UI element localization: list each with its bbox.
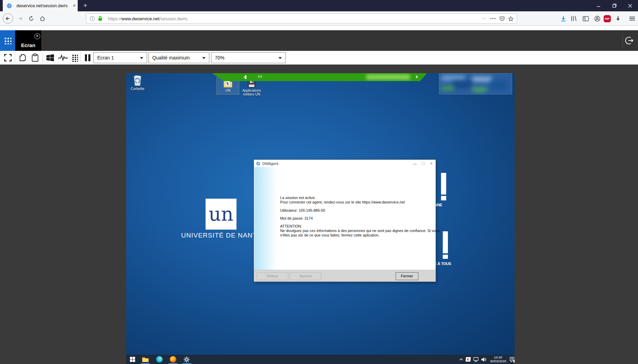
chevron-down-icon bbox=[140, 57, 143, 59]
new-tab-button[interactable]: + bbox=[80, 1, 90, 10]
url-expand-chevron-icon[interactable] bbox=[480, 14, 488, 23]
toolbar-divider bbox=[80, 52, 81, 63]
taskbar-clock[interactable]: 10:40 30/03/2020 bbox=[488, 355, 508, 363]
close-button[interactable]: Fermer bbox=[396, 272, 418, 280]
browser-nav-bar: ⓘ https://www.dwservice.net/session.dw#s… bbox=[0, 11, 638, 26]
network-tray-icon[interactable] bbox=[472, 356, 480, 363]
dwagent-dialog: DWAgent — × La session est active. Pour … bbox=[254, 159, 436, 282]
firefox-icon[interactable] bbox=[169, 356, 177, 363]
pin-icon[interactable] bbox=[243, 75, 248, 79]
banner-settings-icon[interactable]: ΞY bbox=[258, 75, 263, 78]
url-text: https://www.dwservice.net/session.dw#s bbox=[108, 16, 480, 21]
dwservice-favicon-icon bbox=[5, 1, 14, 10]
page-background-strip bbox=[0, 26, 638, 30]
remote-viewport: ΞY x Corbeille UN Applicationsmétiers UN bbox=[0, 65, 638, 364]
page-info-icon[interactable]: ⓘ bbox=[90, 15, 95, 22]
session-close-icon[interactable]: ✕ bbox=[34, 33, 40, 39]
adblock-plus-icon[interactable]: ABP bbox=[602, 13, 612, 24]
file-explorer-icon[interactable] bbox=[141, 356, 150, 363]
notification-badge: 2 bbox=[513, 359, 515, 363]
window-close-button[interactable] bbox=[622, 0, 638, 11]
university-logo-glyph: un bbox=[209, 205, 233, 224]
volume-tray-icon[interactable] bbox=[480, 356, 488, 363]
edge-browser-icon[interactable] bbox=[155, 356, 163, 363]
toolbar-divider bbox=[43, 52, 43, 63]
apps-grid-icon bbox=[4, 37, 11, 44]
sidebar-toggle-icon[interactable] bbox=[581, 13, 591, 24]
fullscreen-button[interactable] bbox=[3, 53, 13, 63]
screen-select[interactable]: Ecran 1 bbox=[94, 52, 147, 63]
dialog-status-line: La session est active. bbox=[280, 196, 316, 200]
recycle-bin-icon bbox=[127, 74, 148, 86]
account-icon[interactable] bbox=[592, 13, 602, 24]
pocket-icon[interactable] bbox=[497, 14, 506, 23]
screen-session-tab[interactable]: Ecran ✕ bbox=[15, 30, 41, 51]
page-actions-icon[interactable] bbox=[488, 14, 497, 23]
next-button[interactable]: Suivant bbox=[290, 272, 321, 280]
downloads-icon[interactable] bbox=[558, 13, 569, 24]
banner-blurred-text bbox=[366, 74, 410, 80]
desktop-icon-corbeille[interactable]: Corbeille bbox=[127, 74, 148, 91]
windows-key-button[interactable] bbox=[45, 53, 55, 63]
pause-button[interactable] bbox=[82, 53, 93, 63]
back-button[interactable] bbox=[3, 13, 13, 24]
university-logo-text: UNIVERSITÉ DE NANT bbox=[181, 232, 257, 239]
topbar-divider bbox=[623, 34, 623, 47]
banner-close-icon[interactable]: x bbox=[416, 74, 418, 79]
remote-desktop[interactable]: ΞY x Corbeille UN Applicationsmétiers UN bbox=[126, 73, 515, 364]
blurred-window bbox=[439, 73, 512, 95]
university-logo: un bbox=[206, 199, 236, 230]
library-icon[interactable] bbox=[569, 13, 579, 24]
window-restore-button[interactable] bbox=[606, 0, 622, 11]
wallpaper-exclamation-dot bbox=[441, 196, 446, 200]
activity-monitor-button[interactable] bbox=[58, 53, 68, 63]
browser-tab[interactable]: dwservice.net/session.dw#s × bbox=[3, 0, 78, 11]
screen-tab-label: Ecran bbox=[15, 42, 41, 48]
session-banner[interactable]: ΞY x bbox=[212, 73, 427, 81]
clock-date: 30/03/2020 bbox=[488, 359, 508, 363]
menu-hamburger-icon[interactable] bbox=[627, 13, 637, 24]
keypad-button[interactable] bbox=[69, 53, 80, 63]
dialog-close-icon[interactable]: × bbox=[427, 161, 436, 166]
dialog-attention-line: ATTENTION: bbox=[280, 224, 302, 229]
wallpaper-text-fragment: É À TOUS bbox=[434, 262, 451, 266]
dialog-connect-line: Pour connecter cet agent, rendez-vous su… bbox=[280, 200, 405, 205]
dwagent-tray-icon[interactable] bbox=[183, 356, 191, 363]
dialog-password-line: Mot de passe: 3174 bbox=[280, 216, 313, 221]
url-bar[interactable]: ⓘ https://www.dwservice.net/session.dw#s bbox=[86, 13, 517, 24]
dialog-user-line: Utilisateur: 155-195-885-00 bbox=[280, 208, 325, 213]
action-center-icon[interactable]: 2 bbox=[508, 356, 515, 363]
back-button[interactable]: Retour bbox=[257, 272, 288, 280]
dwagent-icon bbox=[256, 162, 260, 166]
dialog-title: DWAgent bbox=[262, 162, 411, 166]
start-button[interactable] bbox=[128, 356, 136, 363]
dialog-warning-line: Ne divulguez pas ces informations à des … bbox=[280, 229, 440, 233]
paste-button[interactable] bbox=[30, 53, 40, 63]
chevron-down-icon bbox=[202, 57, 206, 59]
quality-select[interactable]: Qualité maximum bbox=[148, 52, 209, 63]
copy-button[interactable] bbox=[18, 53, 28, 63]
bookmark-star-icon[interactable] bbox=[506, 14, 515, 23]
extension-download-icon[interactable] bbox=[613, 13, 623, 24]
logout-icon[interactable] bbox=[624, 35, 635, 46]
dialog-gradient-strip bbox=[254, 167, 277, 270]
https-lock-icon[interactable] bbox=[96, 14, 104, 23]
toolbar-divider bbox=[15, 52, 15, 63]
forward-button[interactable] bbox=[15, 13, 25, 24]
dialog-minimize-icon[interactable]: — bbox=[411, 162, 419, 166]
remote-taskbar: K 10:40 30/03/2020 2 bbox=[126, 355, 515, 364]
icon-label: Corbeille bbox=[127, 87, 148, 91]
clock-time: 10:40 bbox=[488, 355, 508, 359]
zoom-select[interactable]: 70% bbox=[211, 52, 286, 63]
dialog-maximize-icon[interactable] bbox=[419, 162, 427, 166]
window-minimize-button[interactable] bbox=[591, 0, 606, 11]
antivirus-tray-icon[interactable]: K bbox=[464, 356, 472, 363]
wallpaper-exclamation-dot bbox=[443, 255, 448, 259]
apps-grid-button[interactable] bbox=[0, 30, 15, 51]
dialog-warning-line: n'êtes pas sûr de ce que vous faites, fe… bbox=[280, 233, 380, 238]
reload-button[interactable] bbox=[26, 13, 36, 24]
dialog-title-bar[interactable]: DWAgent — × bbox=[254, 160, 436, 167]
home-button[interactable] bbox=[37, 13, 47, 24]
wallpaper-exclamation-icon bbox=[443, 231, 448, 253]
tab-close-icon[interactable]: × bbox=[71, 2, 78, 9]
